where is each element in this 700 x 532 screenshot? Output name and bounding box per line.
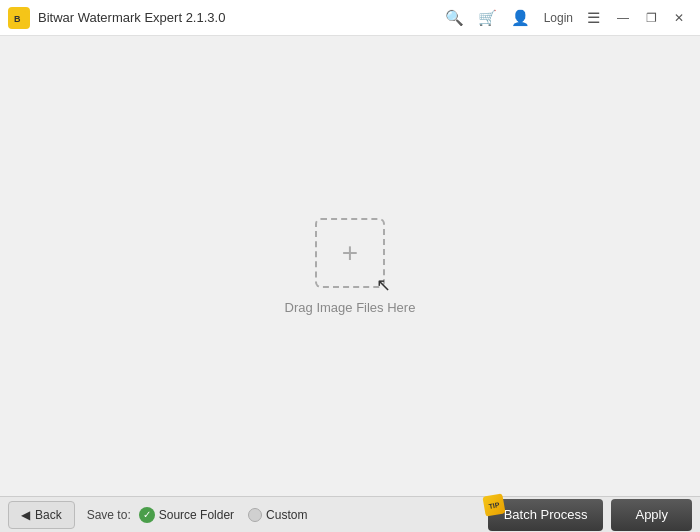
- drop-zone-label: Drag Image Files Here: [285, 300, 416, 315]
- search-icon[interactable]: 🔍: [445, 9, 464, 27]
- batch-process-button[interactable]: TIP Batch Process: [488, 499, 604, 531]
- close-button[interactable]: ✕: [666, 5, 692, 31]
- custom-radio-icon: [248, 508, 262, 522]
- main-content: + ↖ Drag Image Files Here: [0, 36, 700, 496]
- app-logo: B: [8, 7, 30, 29]
- apply-label: Apply: [635, 507, 668, 522]
- svg-text:B: B: [14, 14, 21, 24]
- source-folder-label: Source Folder: [159, 508, 234, 522]
- login-button[interactable]: Login: [544, 11, 573, 25]
- app-title: Bitwar Watermark Expert 2.1.3.0: [38, 10, 445, 25]
- drop-zone[interactable]: + ↖: [315, 218, 385, 288]
- menu-icon[interactable]: ☰: [587, 9, 600, 27]
- custom-option[interactable]: Custom: [248, 508, 307, 522]
- back-label: Back: [35, 508, 62, 522]
- title-actions: 🔍 🛒 👤 Login ☰: [445, 9, 600, 27]
- add-files-icon: +: [342, 239, 358, 267]
- save-to-label: Save to:: [87, 508, 131, 522]
- apply-button[interactable]: Apply: [611, 499, 692, 531]
- cursor-indicator: ↖: [376, 276, 391, 294]
- checkmark-icon: ✓: [139, 507, 155, 523]
- user-icon[interactable]: 👤: [511, 9, 530, 27]
- title-bar: B Bitwar Watermark Expert 2.1.3.0 🔍 🛒 👤 …: [0, 0, 700, 36]
- window-controls: — ❐ ✕: [610, 5, 692, 31]
- batch-process-label: Batch Process: [504, 507, 588, 522]
- back-button[interactable]: ◀ Back: [8, 501, 75, 529]
- maximize-button[interactable]: ❐: [638, 5, 664, 31]
- tip-badge: TIP: [482, 493, 505, 516]
- minimize-button[interactable]: —: [610, 5, 636, 31]
- source-folder-option[interactable]: ✓ Source Folder: [139, 507, 234, 523]
- custom-label: Custom: [266, 508, 307, 522]
- cart-icon[interactable]: 🛒: [478, 9, 497, 27]
- bottom-bar: ◀ Back Save to: ✓ Source Folder Custom T…: [0, 496, 700, 532]
- back-arrow-icon: ◀: [21, 508, 30, 522]
